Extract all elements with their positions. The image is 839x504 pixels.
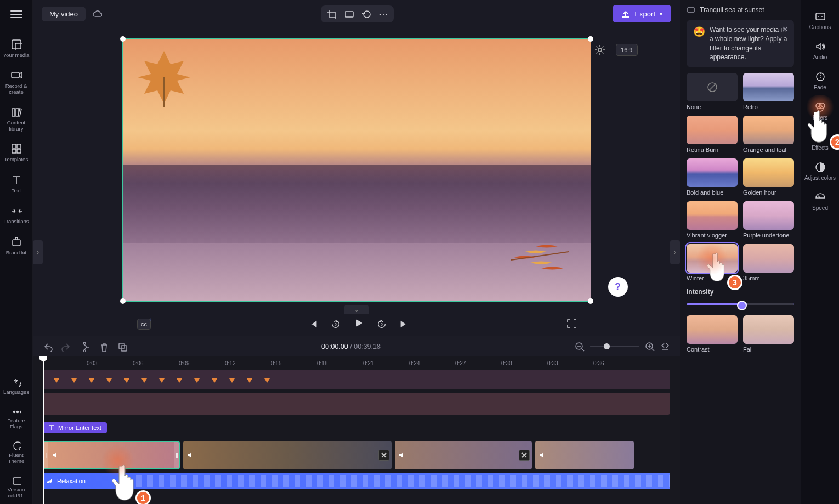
sidebar-item-fluent-theme[interactable]: Fluent Theme <box>0 435 32 469</box>
resize-handle-br[interactable] <box>588 298 593 304</box>
collapse-preview-button[interactable]: ⌄ <box>344 305 369 314</box>
video-clip-1[interactable]: ‖ ‖ <box>43 441 180 469</box>
intensity-label: Intensity <box>687 288 794 296</box>
delete-icon[interactable] <box>99 342 109 352</box>
sidebar-item-feature-flags[interactable]: Feature Flags <box>0 400 32 435</box>
sidebar-item-languages[interactable]: Languages <box>0 372 32 400</box>
captions-toggle-button[interactable]: cc <box>137 319 151 330</box>
track-markers[interactable] <box>43 370 670 389</box>
duplicate-icon[interactable] <box>117 342 127 352</box>
sidebar-item-your-media[interactable]: Your media <box>0 33 32 64</box>
track-audio[interactable]: Relaxation <box>43 473 670 489</box>
filter-winter[interactable]: Winter 3 <box>687 244 738 281</box>
sidebar-item-brand-kit[interactable]: Brand kit <box>0 230 32 261</box>
filter-retina-burn[interactable]: Retina Burn <box>687 116 738 153</box>
video-clip-4[interactable] <box>535 441 634 469</box>
svg-rect-3 <box>12 109 15 116</box>
expand-left-panel-button[interactable]: › <box>33 240 43 264</box>
prop-adjust-colors[interactable]: Adjust colors <box>801 157 839 185</box>
volume-icon[interactable] <box>398 451 407 460</box>
playhead[interactable] <box>43 356 44 504</box>
filter-orange-teal[interactable]: Orange and teal <box>743 116 794 153</box>
more-tools-icon[interactable]: ⋯ <box>379 9 388 19</box>
zoom-slider[interactable] <box>590 346 639 347</box>
prop-captions[interactable]: Captions <box>801 7 839 35</box>
resize-handle-tr[interactable] <box>588 36 593 42</box>
filter-35mm[interactable]: 35mm <box>743 244 794 281</box>
fullscreen-icon[interactable] <box>566 318 576 328</box>
volume-icon[interactable] <box>186 451 195 460</box>
clip-trim-left[interactable]: ‖ <box>44 442 48 468</box>
resize-handle-tl[interactable] <box>120 36 126 42</box>
filter-golden-hour[interactable]: Golden hour <box>743 158 794 196</box>
svg-rect-13 <box>13 478 21 484</box>
video-clip-3[interactable] <box>395 441 532 469</box>
video-clip-2[interactable] <box>183 441 392 469</box>
collapse-right-panel-button[interactable]: › <box>670 240 680 264</box>
prop-fade[interactable]: Fade <box>801 67 839 95</box>
preview-settings-icon[interactable] <box>594 44 606 56</box>
clip-trim-right[interactable]: ‖ <box>174 442 179 468</box>
filter-bold-blue[interactable]: Bold and blue <box>687 158 738 196</box>
play-icon[interactable] <box>353 317 365 329</box>
zoom-in-icon[interactable] <box>645 342 655 352</box>
prop-audio[interactable]: Audio <box>801 37 839 65</box>
current-time: 00:00.00 <box>321 343 348 350</box>
prop-filters[interactable]: Filters 2 <box>801 97 839 125</box>
split-icon[interactable] <box>80 342 90 352</box>
version-icon <box>12 475 21 485</box>
undo-icon[interactable] <box>43 342 53 352</box>
export-button[interactable]: Export ▾ <box>613 5 671 22</box>
text-icon <box>48 424 55 431</box>
volume-icon[interactable] <box>52 451 60 460</box>
video-preview[interactable]: 16:9 ? <box>122 38 591 302</box>
volume-icon[interactable] <box>538 451 547 460</box>
rotate-icon[interactable] <box>361 9 371 19</box>
sidebar-item-version[interactable]: Version ccfd61f <box>0 469 32 504</box>
track-video[interactable]: ‖ ‖ <box>43 441 670 469</box>
filter-retro[interactable]: Retro <box>743 73 794 110</box>
text-clip[interactable]: Mirror Enter text <box>43 422 107 433</box>
cloud-sync-icon[interactable] <box>92 9 102 19</box>
transition-badge[interactable] <box>378 450 389 461</box>
zoom-out-icon[interactable] <box>575 342 585 352</box>
sidebar-item-content-library[interactable]: Content library <box>0 100 32 137</box>
prop-effects[interactable]: Effects <box>801 127 839 155</box>
track-stickers[interactable] <box>43 393 670 415</box>
sidebar-item-record-create[interactable]: Record & create <box>0 64 32 100</box>
sidebar-item-templates[interactable]: Templates <box>0 137 32 168</box>
close-tip-button[interactable]: ✕ <box>782 24 789 35</box>
sidebar-item-text[interactable]: Text <box>0 168 32 199</box>
tip-text: Want to see your media in a whole new li… <box>710 25 787 62</box>
aspect-ratio-badge[interactable]: 16:9 <box>616 44 637 56</box>
resize-handle-bl[interactable] <box>120 298 126 304</box>
fit-icon[interactable] <box>344 9 354 19</box>
hamburger-menu-icon[interactable] <box>9 7 24 22</box>
leaf-sticker-br[interactable] <box>508 230 574 285</box>
leaf-sticker-tl[interactable] <box>131 44 197 110</box>
filter-none[interactable]: None <box>687 73 738 110</box>
sidebar-item-transitions[interactable]: Transitions <box>0 199 32 230</box>
track-text[interactable]: Mirror Enter text <box>43 418 670 438</box>
filter-fall[interactable]: Fall <box>743 315 794 353</box>
help-button[interactable]: ? <box>608 277 628 297</box>
svg-rect-8 <box>17 149 21 153</box>
skip-end-icon[interactable] <box>399 319 409 329</box>
timeline[interactable]: 0:030:060:090:120:150:180:210:240:270:30… <box>33 356 680 504</box>
filter-purple-undertone[interactable]: Purple undertone <box>743 201 794 239</box>
rewind-icon[interactable]: 5 <box>331 319 341 329</box>
fit-timeline-icon[interactable] <box>660 342 670 352</box>
export-label: Export <box>634 10 655 18</box>
project-title[interactable]: My video <box>42 7 86 21</box>
redo-icon[interactable] <box>61 342 71 352</box>
timeline-ruler[interactable]: 0:030:060:090:120:150:180:210:240:270:30… <box>43 356 670 370</box>
skip-start-icon[interactable] <box>309 319 319 329</box>
sidebar-label: Feature Flags <box>1 418 31 429</box>
filter-vibrant-vlogger[interactable]: Vibrant vlogger <box>687 201 738 239</box>
transition-badge[interactable] <box>519 450 530 461</box>
intensity-slider[interactable] <box>687 303 794 305</box>
forward-icon[interactable]: 5 <box>377 319 387 329</box>
filter-contrast[interactable]: Contrast <box>687 315 738 353</box>
prop-speed[interactable]: Speed <box>801 188 839 216</box>
crop-icon[interactable] <box>326 9 336 19</box>
